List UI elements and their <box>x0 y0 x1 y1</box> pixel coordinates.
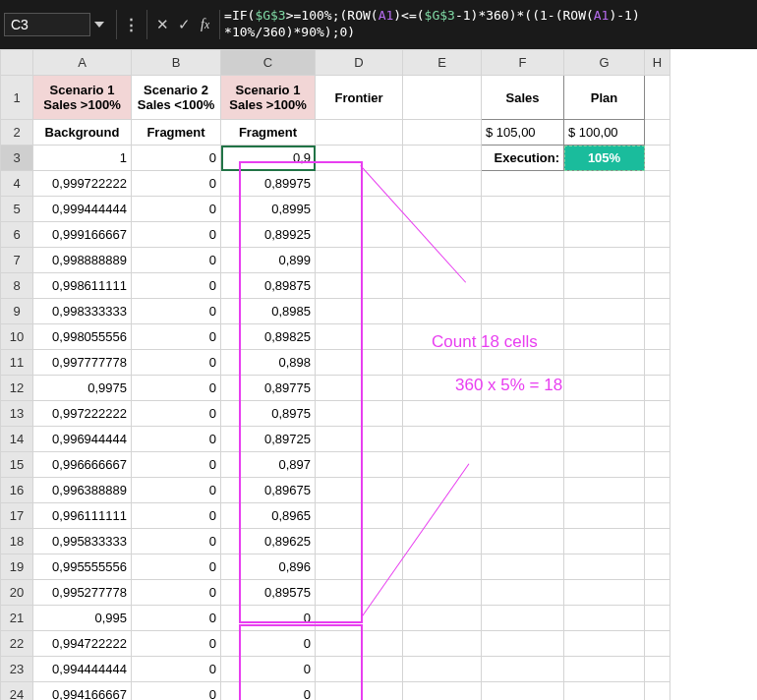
cell-F24[interactable] <box>482 682 564 701</box>
cancel-icon[interactable]: ✕ <box>151 16 173 33</box>
cell-A13[interactable]: 0,997222222 <box>33 401 132 427</box>
cell-F4[interactable] <box>482 171 564 197</box>
cell-H24[interactable] <box>645 682 670 701</box>
cell-E4[interactable] <box>403 171 482 197</box>
row-header[interactable]: 8 <box>1 273 33 299</box>
cell-D20[interactable] <box>316 580 403 606</box>
cell-C19[interactable]: 0,896 <box>221 554 316 580</box>
cell-D18[interactable] <box>316 529 403 554</box>
cell-G17[interactable] <box>564 503 645 529</box>
cell-D19[interactable] <box>316 554 403 580</box>
row-header[interactable]: 17 <box>1 503 33 529</box>
cell-G18[interactable] <box>564 529 645 554</box>
cell-B17[interactable]: 0 <box>132 503 221 529</box>
cell-E3[interactable] <box>403 146 482 171</box>
formula-input[interactable]: =IF($G$3>=100%;(ROW(A1)<=($G$3-1)*360)*(… <box>224 8 753 41</box>
cell-D1[interactable]: Frontier <box>316 76 403 120</box>
cell-D13[interactable] <box>316 401 403 427</box>
cell-C22[interactable]: 0 <box>221 631 316 657</box>
cell-G3[interactable]: 105% <box>564 146 645 171</box>
row-header[interactable]: 5 <box>1 197 33 222</box>
col-header-D[interactable]: D <box>316 50 403 76</box>
cell-D4[interactable] <box>316 171 403 197</box>
cell-E21[interactable] <box>403 606 482 631</box>
cell-G6[interactable] <box>564 222 645 248</box>
cell-D8[interactable] <box>316 273 403 299</box>
cell-E11[interactable] <box>403 350 482 376</box>
col-header-G[interactable]: G <box>564 50 645 76</box>
cell-D11[interactable] <box>316 350 403 376</box>
cell-F6[interactable] <box>482 222 564 248</box>
cell-B8[interactable]: 0 <box>132 273 221 299</box>
cell-A19[interactable]: 0,995555556 <box>33 554 132 580</box>
cell-G5[interactable] <box>564 197 645 222</box>
cell-C16[interactable]: 0,89675 <box>221 478 316 503</box>
cell-D2[interactable] <box>316 120 403 146</box>
row-header[interactable]: 11 <box>1 350 33 376</box>
cell-C23[interactable]: 0 <box>221 657 316 682</box>
name-box-dropdown[interactable] <box>94 22 104 28</box>
name-box[interactable] <box>4 13 90 36</box>
cell-E24[interactable] <box>403 682 482 701</box>
col-header-E[interactable]: E <box>403 50 482 76</box>
row-header[interactable]: 20 <box>1 580 33 606</box>
cell-C12[interactable]: 0,89775 <box>221 376 316 401</box>
row-header[interactable]: 18 <box>1 529 33 554</box>
cell-E12[interactable] <box>403 376 482 401</box>
cell-H17[interactable] <box>645 503 670 529</box>
cell-D14[interactable] <box>316 427 403 452</box>
row-header[interactable]: 15 <box>1 452 33 478</box>
cell-H15[interactable] <box>645 452 670 478</box>
cell-C10[interactable]: 0,89825 <box>221 324 316 350</box>
cell-A5[interactable]: 0,999444444 <box>33 197 132 222</box>
cell-A10[interactable]: 0,998055556 <box>33 324 132 350</box>
row-header[interactable]: 12 <box>1 376 33 401</box>
cell-E23[interactable] <box>403 657 482 682</box>
cell-H12[interactable] <box>645 376 670 401</box>
cell-B12[interactable]: 0 <box>132 376 221 401</box>
cell-C15[interactable]: 0,897 <box>221 452 316 478</box>
cell-D21[interactable] <box>316 606 403 631</box>
cell-F15[interactable] <box>482 452 564 478</box>
cell-H18[interactable] <box>645 529 670 554</box>
cell-B15[interactable]: 0 <box>132 452 221 478</box>
col-header-A[interactable]: A <box>33 50 132 76</box>
cell-F20[interactable] <box>482 580 564 606</box>
cell-C7[interactable]: 0,899 <box>221 248 316 273</box>
cell-H16[interactable] <box>645 478 670 503</box>
cell-A15[interactable]: 0,996666667 <box>33 452 132 478</box>
cell-B21[interactable]: 0 <box>132 606 221 631</box>
cell-D16[interactable] <box>316 478 403 503</box>
cell-B1[interactable]: Scenario 2 Sales <100% <box>132 76 221 120</box>
cell-B11[interactable]: 0 <box>132 350 221 376</box>
cell-G14[interactable] <box>564 427 645 452</box>
cell-A2[interactable]: Background <box>33 120 132 146</box>
cell-F12[interactable] <box>482 376 564 401</box>
cell-B23[interactable]: 0 <box>132 657 221 682</box>
cell-D23[interactable] <box>316 657 403 682</box>
cell-G21[interactable] <box>564 606 645 631</box>
cell-A24[interactable]: 0,994166667 <box>33 682 132 701</box>
spreadsheet-grid[interactable]: A B C D E F G H 1 Scenario 1 Sales >100%… <box>0 49 757 700</box>
cell-D5[interactable] <box>316 197 403 222</box>
cell-E6[interactable] <box>403 222 482 248</box>
cell-F16[interactable] <box>482 478 564 503</box>
cell-D9[interactable] <box>316 299 403 324</box>
cell-H7[interactable] <box>645 248 670 273</box>
cell-B13[interactable]: 0 <box>132 401 221 427</box>
cell-A7[interactable]: 0,998888889 <box>33 248 132 273</box>
cell-E20[interactable] <box>403 580 482 606</box>
cell-C14[interactable]: 0,89725 <box>221 427 316 452</box>
row-header[interactable]: 9 <box>1 299 33 324</box>
cell-C2[interactable]: Fragment <box>221 120 316 146</box>
cell-B18[interactable]: 0 <box>132 529 221 554</box>
cell-F2[interactable]: $ 105,00 <box>482 120 564 146</box>
cell-B4[interactable]: 0 <box>132 171 221 197</box>
cell-G4[interactable] <box>564 171 645 197</box>
cell-A9[interactable]: 0,998333333 <box>33 299 132 324</box>
cell-A18[interactable]: 0,995833333 <box>33 529 132 554</box>
row-header[interactable]: 13 <box>1 401 33 427</box>
row-header[interactable]: 22 <box>1 631 33 657</box>
cell-H11[interactable] <box>645 350 670 376</box>
cell-D6[interactable] <box>316 222 403 248</box>
